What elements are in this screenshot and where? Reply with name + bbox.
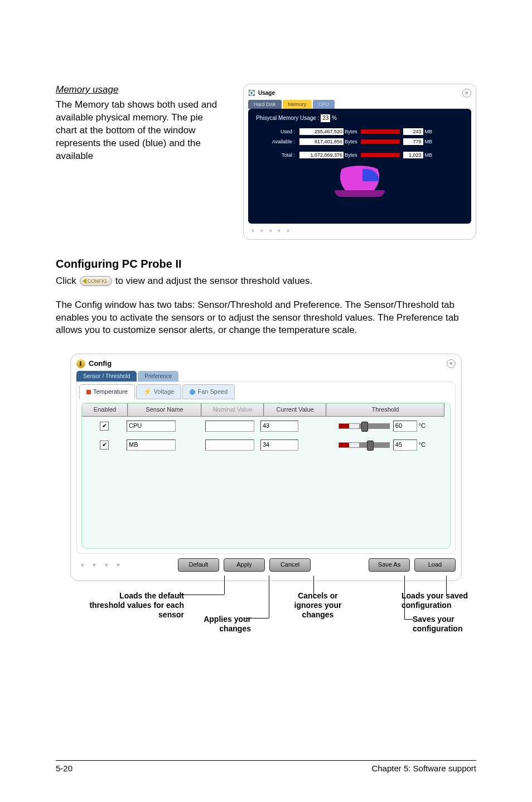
mb-unit3: MB: [425, 152, 433, 158]
bolt-icon: ⚡: [143, 387, 152, 396]
avail-unit: Bytes: [345, 138, 357, 145]
unit-mb: °C: [417, 441, 425, 449]
enable-checkbox-cpu[interactable]: ✔: [100, 422, 109, 431]
col-current[interactable]: Current Value: [264, 403, 326, 417]
col-enabled[interactable]: Enabled: [82, 403, 128, 417]
config-window: Config ✕ Sensor / Threshold Preference T…: [70, 354, 462, 581]
click-suffix: to view and adjust the sensor threshold …: [115, 275, 312, 288]
mb-unit1: MB: [425, 128, 433, 135]
used-mb: 243: [403, 128, 423, 135]
percent-label: Phisycal Memory Usage :: [256, 115, 319, 121]
saveas-button[interactable]: Save As: [369, 558, 410, 572]
threshold-slider-mb[interactable]: [338, 442, 390, 448]
config-window-icon: [76, 359, 85, 368]
usage-title: Usage: [258, 89, 459, 97]
config-button[interactable]: CONFIG: [80, 276, 112, 286]
chapter-label: Chapter 5: Software support: [371, 763, 476, 774]
thermometer-icon: [86, 390, 91, 394]
memory-usage-heading: Memory usage: [56, 84, 226, 96]
avail-bar: [361, 139, 400, 144]
nominal-mb: [205, 439, 254, 451]
total-label: Total :: [256, 152, 295, 158]
table-row: ✔ MB 34 45 °C: [82, 436, 450, 455]
config-paragraph: The Config window has two tabs: Sensor/T…: [56, 299, 476, 337]
threshold-value-cpu[interactable]: 60: [393, 421, 417, 432]
fan-icon: [190, 389, 195, 395]
close-icon[interactable]: ✕: [447, 359, 456, 368]
threshold-slider-cpu[interactable]: [338, 423, 390, 429]
cancel-button[interactable]: Cancel: [269, 558, 311, 572]
click-prefix: Click: [56, 275, 76, 288]
sensor-name-cpu: CPU: [127, 421, 176, 432]
usage-window: 💽 Usage ✕ Hard Disk Memory CPU Phisycal …: [243, 84, 476, 240]
tab-sensor-threshold[interactable]: Sensor / Threshold: [76, 371, 137, 382]
apply-button[interactable]: Apply: [224, 558, 265, 572]
annotation-cancel: Cancels or ignores your changes: [284, 591, 351, 619]
tab-temperature[interactable]: Temperature: [79, 384, 135, 399]
tab-cpu[interactable]: CPU: [313, 100, 335, 109]
avail-label: Available :: [256, 138, 295, 145]
percent-suffix: %: [332, 115, 337, 121]
total-mb: 1,023: [403, 152, 423, 158]
unit-cpu: °C: [417, 422, 425, 430]
nominal-cpu: [205, 421, 254, 432]
config-window-title: Config: [89, 359, 443, 369]
avail-value: 817,401,856: [299, 138, 344, 145]
default-button[interactable]: Default: [178, 558, 219, 572]
enable-checkbox-mb[interactable]: ✔: [100, 441, 109, 450]
avail-mb: 779: [403, 138, 423, 145]
disk-icon: 💽: [248, 89, 255, 97]
col-threshold[interactable]: Threshold: [326, 403, 444, 417]
current-cpu: 43: [260, 421, 298, 432]
configuring-heading: Configuring PC Probe II: [56, 257, 476, 272]
tab-voltage-label: Voltage: [154, 388, 175, 396]
tab-voltage[interactable]: ⚡Voltage: [136, 384, 182, 399]
tab-harddisk[interactable]: Hard Disk: [248, 100, 282, 109]
sensor-table: Enabled Sensor Name Nominal Value Curren…: [81, 403, 451, 549]
col-nominal: Nominal Value: [201, 403, 264, 417]
total-bar: [361, 153, 400, 157]
used-bar: [361, 129, 400, 134]
annotation-saveas: Saves your configuration: [413, 615, 496, 634]
annotation-load: Loads your saved configuration: [402, 591, 496, 610]
total-unit: Bytes: [345, 152, 357, 158]
memory-usage-body: The Memory tab shows both used and avail…: [56, 99, 226, 163]
annotation-apply: Applies your changes: [184, 615, 251, 634]
percent-value: 23: [321, 114, 330, 122]
pie-chart: [335, 166, 385, 194]
tab-memory[interactable]: Memory: [283, 100, 312, 109]
tab-fanspeed[interactable]: Fan Speed: [182, 384, 235, 399]
tab-fanspeed-label: Fan Speed: [197, 388, 228, 396]
resize-grip[interactable]: ▾ ▾ ▾ ▾ ▾: [76, 561, 120, 569]
resize-grip[interactable]: ▾ ▾ ▾ ▾ ▾: [248, 227, 471, 235]
used-unit: Bytes: [345, 128, 357, 135]
tab-preference[interactable]: Preference: [138, 371, 178, 382]
used-label: Used :: [256, 128, 295, 135]
sensor-name-mb: MB: [127, 439, 176, 451]
chevron-left-icon: [83, 278, 86, 284]
total-value: 1,072,869,376: [299, 152, 344, 158]
col-sensor-name[interactable]: Sensor Name: [128, 403, 201, 417]
table-row: ✔ CPU 43 60 °C: [82, 417, 450, 436]
annotation-default: Loads the default threshold values for e…: [89, 591, 184, 619]
current-mb: 34: [260, 439, 298, 451]
tab-temperature-label: Temperature: [93, 388, 128, 396]
threshold-value-mb[interactable]: 45: [393, 439, 417, 451]
page-number: 5-20: [56, 763, 72, 774]
used-value: 255,467,520: [299, 128, 344, 135]
mb-unit2: MB: [425, 138, 433, 145]
close-icon[interactable]: ✕: [462, 89, 471, 98]
load-button[interactable]: Load: [414, 558, 456, 572]
config-button-label: CONFIG: [88, 278, 107, 284]
